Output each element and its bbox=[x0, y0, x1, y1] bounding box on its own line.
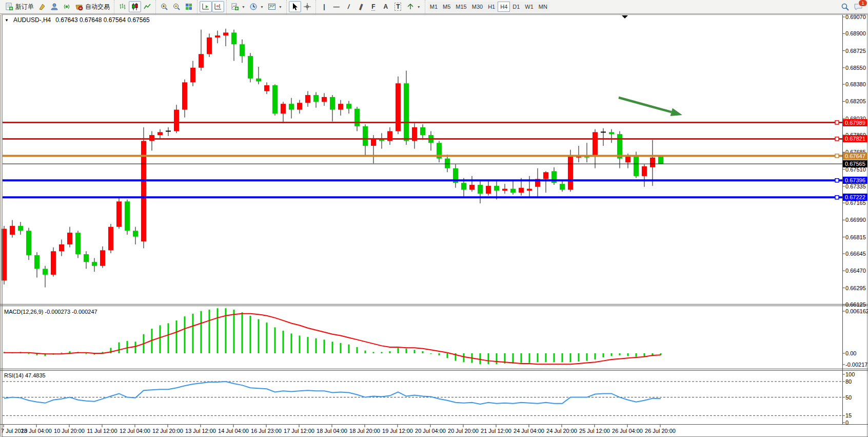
chevron-down-icon: ▼ bbox=[417, 5, 421, 9]
chart-template-icon bbox=[268, 3, 276, 11]
timeframe-toolbar: M1M5M15M30H1H4D1W1MN bbox=[425, 0, 552, 13]
auto-scroll-button[interactable] bbox=[200, 1, 212, 12]
auto-trading-label: 自动交易 bbox=[85, 3, 110, 11]
crosshair-button[interactable] bbox=[301, 1, 313, 12]
timeframe-button-m30[interactable]: M30 bbox=[469, 2, 485, 12]
trendline-tool-button[interactable]: / bbox=[343, 1, 355, 12]
chevron-down-icon: ▼ bbox=[279, 5, 282, 9]
timeframe-button-m5[interactable]: M5 bbox=[440, 2, 453, 12]
fibonacci-tool-button[interactable]: F bbox=[367, 1, 380, 12]
label-tool-icon: T bbox=[394, 3, 401, 11]
vertical-line-icon: | bbox=[323, 3, 325, 10]
main-toolbar: 新订单 自动交易 bbox=[0, 0, 868, 14]
arrows-tool-button[interactable]: ▼ bbox=[404, 1, 423, 12]
new-order-label: 新订单 bbox=[15, 3, 34, 11]
metatrader-window: { "toolbar": { "new_order": "新订单", "auto… bbox=[0, 0, 868, 437]
signal-icon bbox=[63, 3, 71, 11]
chevron-down-icon: ▼ bbox=[260, 5, 264, 9]
bar-chart-icon bbox=[119, 3, 127, 11]
hline-handle[interactable] bbox=[835, 196, 839, 199]
add-indicator-button[interactable]: ▼ bbox=[229, 1, 247, 12]
macd-indicator-label: MACD(12,26,9) -0.000273 -0.000247 bbox=[4, 309, 97, 315]
crosshair-icon bbox=[303, 3, 311, 11]
toolbar-group-chart-type bbox=[114, 0, 155, 13]
auto-scroll-icon bbox=[202, 3, 210, 11]
tile-windows-button[interactable] bbox=[183, 1, 195, 12]
signal-button[interactable] bbox=[61, 1, 73, 12]
ohlc-label: 0.67643 0.67648 0.67564 0.67565 bbox=[55, 16, 150, 24]
toolbar-group-scroll bbox=[197, 0, 226, 13]
zoom-in-icon bbox=[160, 3, 168, 11]
add-indicator-icon bbox=[231, 3, 239, 11]
zoom-in-button[interactable] bbox=[158, 1, 170, 12]
toolbar-group-objects: | — / ∥ F A T ▼ bbox=[315, 0, 425, 13]
bar-chart-button[interactable] bbox=[116, 1, 129, 12]
tile-windows-icon bbox=[185, 3, 193, 11]
chart-shift-button[interactable] bbox=[212, 1, 224, 12]
timeframe-button-d1[interactable]: D1 bbox=[510, 2, 522, 12]
vertical-line-tool-button[interactable]: | bbox=[318, 1, 330, 12]
horizontal-line-tool-button[interactable]: — bbox=[330, 1, 343, 12]
rsi-indicator-label: RSI(14) 47.4835 bbox=[4, 372, 46, 378]
auto-trading-button[interactable]: 自动交易 bbox=[73, 1, 112, 12]
cursor-button[interactable] bbox=[289, 1, 301, 12]
timeframe-button-m15[interactable]: M15 bbox=[453, 2, 469, 12]
toolbar-group-indicators: ▼ ▼ ▼ bbox=[226, 0, 286, 13]
new-order-button[interactable]: 新订单 bbox=[3, 1, 36, 12]
search-icon bbox=[841, 3, 850, 11]
styler-button[interactable] bbox=[36, 1, 48, 12]
toolbar-group-trading: 新订单 自动交易 bbox=[1, 0, 114, 13]
equidistant-channel-icon: ∥ bbox=[359, 3, 364, 10]
trendline-icon: / bbox=[347, 3, 350, 10]
hline-handle[interactable] bbox=[835, 121, 839, 124]
notification-badge: 1 bbox=[858, 0, 867, 7]
toolbar-group-zoom bbox=[155, 0, 197, 13]
profile-button[interactable] bbox=[48, 1, 61, 12]
chevron-down-icon: ▼ bbox=[242, 5, 245, 9]
auto-trading-icon bbox=[75, 3, 83, 11]
line-chart-icon bbox=[143, 3, 151, 11]
hline-handle[interactable] bbox=[835, 154, 839, 158]
symbol-dropdown-icon[interactable]: ▼ bbox=[5, 18, 9, 23]
timeframe-button-w1[interactable]: W1 bbox=[522, 2, 536, 12]
hline-handle[interactable] bbox=[835, 179, 839, 182]
channel-tool-button[interactable]: ∥ bbox=[355, 1, 367, 12]
hline-handle[interactable] bbox=[835, 137, 839, 141]
toolbar-group-cursor bbox=[286, 0, 315, 13]
clock-icon bbox=[249, 3, 258, 11]
timeframe-button-m1[interactable]: M1 bbox=[427, 2, 440, 12]
chart-shift-marker[interactable] bbox=[622, 15, 628, 18]
label-tool-button[interactable]: T bbox=[392, 1, 404, 12]
time-periods-button[interactable]: ▼ bbox=[247, 1, 266, 12]
timeframe-button-h1[interactable]: H1 bbox=[485, 2, 498, 12]
fibonacci-icon: F bbox=[371, 3, 375, 11]
zoom-out-button[interactable] bbox=[170, 1, 183, 12]
chart-header: ▼ AUDUSD-,H4 0.67643 0.67648 0.67564 0.6… bbox=[5, 16, 150, 24]
styler-icon bbox=[38, 3, 46, 11]
timeframe-button-mn[interactable]: MN bbox=[536, 2, 550, 12]
new-order-icon bbox=[5, 3, 13, 11]
timeframe-button-h4[interactable]: H4 bbox=[498, 2, 510, 12]
candlestick-chart-icon bbox=[131, 3, 139, 11]
symbol-period-label: AUDUSD-,H4 bbox=[13, 16, 51, 24]
line-chart-button[interactable] bbox=[141, 1, 153, 12]
trend-arrow-annotation[interactable] bbox=[670, 108, 682, 116]
chart-shift-icon bbox=[214, 3, 222, 11]
text-tool-button[interactable]: A bbox=[380, 1, 392, 12]
toolbar-group-right: 1 bbox=[837, 0, 867, 13]
arrow-objects-icon bbox=[406, 3, 415, 11]
cursor-arrow-icon bbox=[291, 3, 299, 11]
chat-button[interactable]: 1 bbox=[852, 1, 865, 12]
chart-template-button[interactable]: ▼ bbox=[266, 1, 284, 12]
search-button[interactable] bbox=[839, 1, 852, 12]
text-tool-icon: A bbox=[383, 3, 388, 10]
chart-canvas[interactable] bbox=[0, 0, 868, 437]
profile-icon bbox=[50, 3, 58, 11]
horizontal-line-icon: — bbox=[333, 3, 340, 10]
zoom-out-icon bbox=[172, 3, 181, 11]
candlestick-chart-button[interactable] bbox=[129, 1, 141, 12]
